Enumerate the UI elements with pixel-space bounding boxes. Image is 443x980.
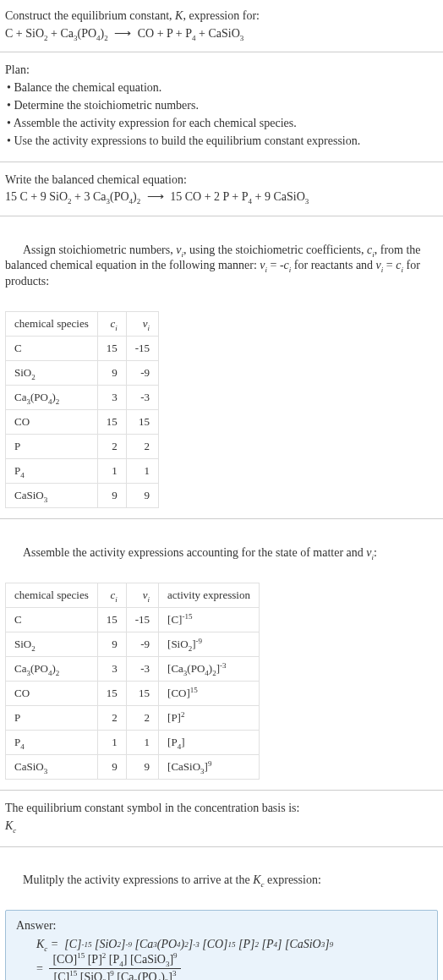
cell-ci: 2 [97,705,126,730]
plan-title: Plan: [5,63,438,79]
table-header-row: chemical species ci νi activity expressi… [6,583,260,607]
table-row: P4 1 1 [P4] [6,730,260,754]
answer-box: Answer: Kc = [C]-15 [SiO2]-9 [Ca3(PO4)2]… [5,910,438,980]
cell-vi: -3 [126,386,158,410]
activity-section: Assemble the activity expressions accoun… [0,519,443,790]
cell-species: P [6,435,98,459]
cell-activity: [P4] [159,730,260,754]
balanced-title: Write the balanced chemical equation: [5,172,438,189]
cell-vi: 9 [126,484,158,508]
cell-ci: 1 [97,730,126,754]
col-species: chemical species [6,312,98,337]
fraction-denominator: [C]15 [SiO2]9 [Ca3(PO4)2]3 [51,969,180,980]
col-vi: νi [126,312,158,337]
kc-symbol-section: The equilibrium constant symbol in the c… [0,791,443,846]
stoich-intro: Assign stoichiometric numbers, νi, using… [5,227,438,306]
answer-label: Answer: [16,919,427,933]
cell-vi: -9 [126,632,158,656]
table-row: SiO2 9 -9 [SiO2]-9 [6,632,260,656]
table-row: P 2 2 [6,435,159,459]
cell-ci: 3 [97,386,126,410]
cell-species: CaSiO3 [6,484,98,508]
cell-ci: 9 [97,484,126,508]
plan-section: Plan: • Balance the chemical equation. •… [0,52,443,161]
table-row: P 2 2 [P]2 [6,705,260,730]
cell-activity: [CaSiO3]9 [159,754,260,779]
arrow-icon: ⟶ [111,27,134,40]
answer-fraction: [CO]15 [P]2 [P4] [CaSiO3]9 [C]15 [SiO2]9… [49,953,180,980]
cell-vi: -15 [126,337,158,361]
plan-item: • Determine the stoichiometric numbers. [5,98,438,114]
cell-species: CO [6,681,98,705]
cell-activity: [Ca3(PO4)2]-3 [159,656,260,681]
answer-line-2: = [CO]15 [P]2 [P4] [CaSiO3]9 [C]15 [SiO2… [16,953,427,980]
plan-item: • Assemble the activity expression for e… [5,116,438,132]
cell-ci: 1 [97,459,126,484]
cell-species: CO [6,410,98,435]
table-row: CO 15 15 [CO]15 [6,681,260,705]
arrow-icon: ⟶ [144,190,167,203]
cell-vi: -3 [126,656,158,681]
col-ci: ci [97,312,126,337]
balanced-section: Write the balanced chemical equation: 15… [0,162,443,216]
kc-symbol: Kc [5,818,438,835]
cell-ci: 15 [97,337,126,361]
cell-ci: 15 [97,681,126,705]
cell-vi: 9 [126,754,158,779]
cell-ci: 9 [97,754,126,779]
cell-vi: 15 [126,410,158,435]
cell-species: P4 [6,459,98,484]
activity-table: chemical species ci νi activity expressi… [5,583,260,780]
header-section: Construct the equilibrium constant, K, e… [0,0,443,52]
cell-activity: [CO]15 [159,681,260,705]
page-root: Construct the equilibrium constant, K, e… [0,0,443,980]
cell-species: Ca3(PO4)2 [6,386,98,410]
cell-species: P [6,705,98,730]
unbalanced-equation: C + SiO2 + Ca3(PO4)2 ⟶ CO + P + P4 + CaS… [5,26,438,41]
cell-ci: 9 [97,361,126,386]
balanced-equation: 15 C + 9 SiO2 + 3 Ca3(PO4)2 ⟶ 15 CO + 2 … [5,189,438,205]
activity-intro: Assemble the activity expressions accoun… [5,529,438,578]
cell-activity: [SiO2]-9 [159,632,260,656]
plan-item: • Balance the chemical equation. [5,80,438,96]
table-row: CO 15 15 [6,410,159,435]
cell-vi: 2 [126,435,158,459]
cell-activity: [C]-15 [159,607,260,632]
cell-species: Ca3(PO4)2 [6,656,98,681]
answer-line-1: Kc = [C]-15 [SiO2]-9 [Ca3(PO4)2]-3 [CO]1… [16,938,427,951]
cell-vi: -9 [126,361,158,386]
cell-ci: 9 [97,632,126,656]
cell-vi: -15 [126,607,158,632]
cell-vi: 1 [126,730,158,754]
cell-species: P4 [6,730,98,754]
col-activity: activity expression [159,583,260,607]
table-row: Ca3(PO4)2 3 -3 [6,386,159,410]
plan-item: • Use the activity expressions to build … [5,134,438,150]
cell-species: C [6,607,98,632]
table-row: CaSiO3 9 9 [6,484,159,508]
col-vi: νi [126,583,158,607]
fraction-numerator: [CO]15 [P]2 [P4] [CaSiO3]9 [49,953,180,969]
multiply-intro: Mulitply the activity expressions to arr… [5,857,438,906]
table-row: C 15 -15 [C]-15 [6,607,260,632]
cell-species: SiO2 [6,632,98,656]
stoich-table: chemical species ci νi C 15 -15 SiO2 9 -… [5,311,159,508]
cell-ci: 15 [97,410,126,435]
cell-ci: 15 [97,607,126,632]
col-ci: ci [97,583,126,607]
cell-vi: 2 [126,705,158,730]
table-row: P4 1 1 [6,459,159,484]
cell-vi: 15 [126,681,158,705]
cell-ci: 3 [97,656,126,681]
answer-section: Mulitply the activity expressions to arr… [0,847,443,980]
table-row: Ca3(PO4)2 3 -3 [Ca3(PO4)2]-3 [6,656,260,681]
header-prompt: Construct the equilibrium constant, K, e… [5,8,438,25]
col-species: chemical species [6,583,98,607]
table-row: CaSiO3 9 9 [CaSiO3]9 [6,754,260,779]
table-row: SiO2 9 -9 [6,361,159,386]
table-row: C 15 -15 [6,337,159,361]
stoich-section: Assign stoichiometric numbers, νi, using… [0,216,443,518]
cell-ci: 2 [97,435,126,459]
cell-species: C [6,337,98,361]
cell-species: SiO2 [6,361,98,386]
